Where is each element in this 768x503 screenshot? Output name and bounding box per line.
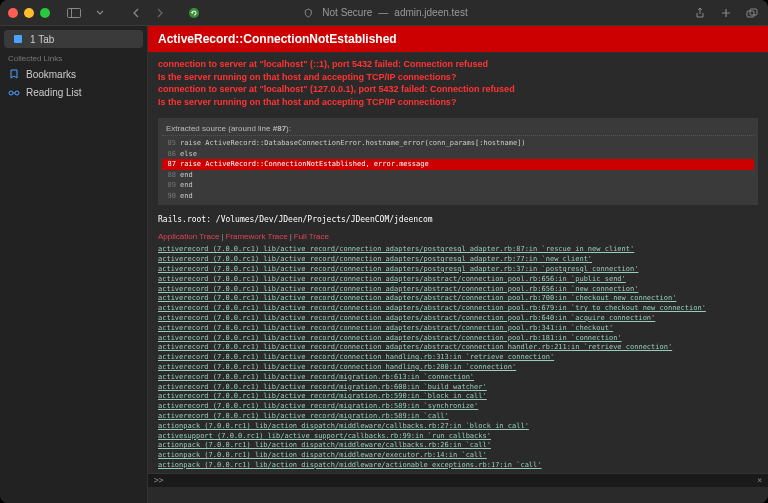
source-code: else [180,149,197,160]
line-number: 89 [162,180,180,191]
trace-line[interactable]: activerecord (7.0.0.rc1) lib/active_reco… [158,275,758,285]
console-close-button[interactable]: × [757,476,762,485]
trace-line[interactable]: actionpack (7.0.0.rc1) lib/action_dispat… [158,451,758,461]
close-window-button[interactable] [8,8,18,18]
line-number: 88 [162,170,180,181]
trace-line[interactable]: activerecord (7.0.0.rc1) lib/active_reco… [158,334,758,344]
exception-title: ActiveRecord::ConnectionNotEstablished [148,26,768,52]
rails-root: Rails.root: /Volumes/Dev/JDeen/Projects/… [148,209,768,230]
extracted-source-box: Extracted source (around line #87): 85 r… [158,118,758,205]
source-code: end [180,180,193,191]
source-line: 85 raise ActiveRecord::DatabaseConnectio… [162,138,754,149]
url-separator: — [378,7,388,18]
trace-line[interactable]: actionpack (7.0.0.rc1) lib/action_dispat… [158,422,758,432]
trace-line[interactable]: activerecord (7.0.0.rc1) lib/active_reco… [158,294,758,304]
svg-point-7 [15,91,19,95]
trace-tabs: Application Trace|Framework Trace|Full T… [148,230,768,243]
trace-line[interactable]: activerecord (7.0.0.rc1) lib/active_reco… [158,412,758,422]
line-number: 87 [162,159,180,170]
trace-line[interactable]: activesupport (7.0.0.rc1) lib/active_sup… [158,432,758,442]
svg-rect-0 [68,8,81,17]
page-url: admin.jdeen.test [394,7,467,18]
source-code: end [180,170,193,181]
trace-tab-full[interactable]: Full Trace [294,232,329,241]
framework-trace-list: activerecord (7.0.0.rc1) lib/active_reco… [148,243,768,472]
svg-point-6 [9,91,13,95]
trace-tab-framework[interactable]: Framework Trace [225,232,287,241]
extracted-source-label: Extracted source (around line #87): [162,122,754,136]
exception-message-line: connection to server at "localhost" (127… [158,83,758,96]
trace-line[interactable]: activerecord (7.0.0.rc1) lib/active_reco… [158,304,758,314]
source-code: raise ActiveRecord::ConnectionNotEstabli… [180,159,429,170]
exception-message-line: Is the server running on that host and a… [158,71,758,84]
titlebar: Not Secure — admin.jdeen.test [0,0,768,26]
reading-list-label: Reading List [26,87,82,98]
page-content[interactable]: ActiveRecord::ConnectionNotEstablished c… [148,26,768,503]
source-line: 87 raise ActiveRecord::ConnectionNotEsta… [162,159,754,170]
trace-line[interactable]: activerecord (7.0.0.rc1) lib/active_reco… [158,245,758,255]
sidebar-toggle-icon[interactable] [66,5,82,21]
toolbar-left-icons [66,5,108,21]
source-line: 88 end [162,170,754,181]
trace-line[interactable]: activerecord (7.0.0.rc1) lib/active_reco… [158,255,758,265]
source-code: end [180,191,193,202]
glasses-icon [8,86,20,98]
tab-square-icon [12,33,24,45]
trace-line[interactable]: activerecord (7.0.0.rc1) lib/active_reco… [158,314,758,324]
source-line: 90 end [162,191,754,202]
trace-line[interactable]: activerecord (7.0.0.rc1) lib/active_reco… [158,363,758,373]
web-console[interactable]: >> × [148,473,768,487]
tabs-overview-button[interactable] [744,5,760,21]
trace-line[interactable]: actionpack (7.0.0.rc1) lib/action_dispat… [158,441,758,451]
trace-line[interactable]: activerecord (7.0.0.rc1) lib/active_reco… [158,265,758,275]
reload-button[interactable] [186,5,202,21]
svg-rect-5 [14,35,22,43]
sidebar-item-bookmarks[interactable]: Bookmarks [0,65,147,83]
forward-button[interactable] [152,5,168,21]
exception-message-line: connection to server at "localhost" (::1… [158,58,758,71]
bookmarks-label: Bookmarks [26,69,76,80]
source-line: 86 else [162,149,754,160]
address-bar[interactable]: Not Secure — admin.jdeen.test [300,5,467,21]
back-button[interactable] [128,5,144,21]
share-button[interactable] [692,5,708,21]
chevron-down-icon[interactable] [92,5,108,21]
sidebar-section-label: Collected Links [0,48,147,65]
trace-line[interactable]: activerecord (7.0.0.rc1) lib/active_reco… [158,373,758,383]
exception-message-line: Is the server running on that host and a… [158,96,758,109]
book-icon [8,68,20,80]
trace-line[interactable]: actionpack (7.0.0.rc1) lib/action_dispat… [158,461,758,471]
source-code: raise ActiveRecord::DatabaseConnectionEr… [180,138,526,149]
traffic-lights [8,8,50,18]
trace-line[interactable]: activerecord (7.0.0.rc1) lib/active_reco… [158,383,758,393]
tab-label: 1 Tab [30,34,54,45]
trace-line[interactable]: activerecord (7.0.0.rc1) lib/active_reco… [158,353,758,363]
line-number: 86 [162,149,180,160]
shield-icon [300,5,316,21]
tab-item[interactable]: 1 Tab [4,30,143,48]
trace-line[interactable]: activerecord (7.0.0.rc1) lib/active_reco… [158,324,758,334]
trace-line[interactable]: activerecord (7.0.0.rc1) lib/active_reco… [158,392,758,402]
line-number: 85 [162,138,180,149]
security-label: Not Secure [322,7,372,18]
source-line: 89 end [162,180,754,191]
svg-point-2 [189,8,199,18]
new-tab-button[interactable] [718,5,734,21]
console-prompt: >> [154,476,164,485]
trace-line[interactable]: activerecord (7.0.0.rc1) lib/active_reco… [158,285,758,295]
sidebar-item-reading-list[interactable]: Reading List [0,83,147,101]
trace-line[interactable]: activerecord (7.0.0.rc1) lib/active_reco… [158,343,758,353]
trace-line[interactable]: activerecord (7.0.0.rc1) lib/active_reco… [158,402,758,412]
line-number: 90 [162,191,180,202]
sidebar: 1 Tab Collected Links Bookmarks Reading … [0,26,148,503]
exception-message: connection to server at "localhost" (::1… [148,52,768,114]
maximize-window-button[interactable] [40,8,50,18]
browser-window: Not Secure — admin.jdeen.test 1 Tab Coll… [0,0,768,503]
minimize-window-button[interactable] [24,8,34,18]
trace-tab-application[interactable]: Application Trace [158,232,219,241]
